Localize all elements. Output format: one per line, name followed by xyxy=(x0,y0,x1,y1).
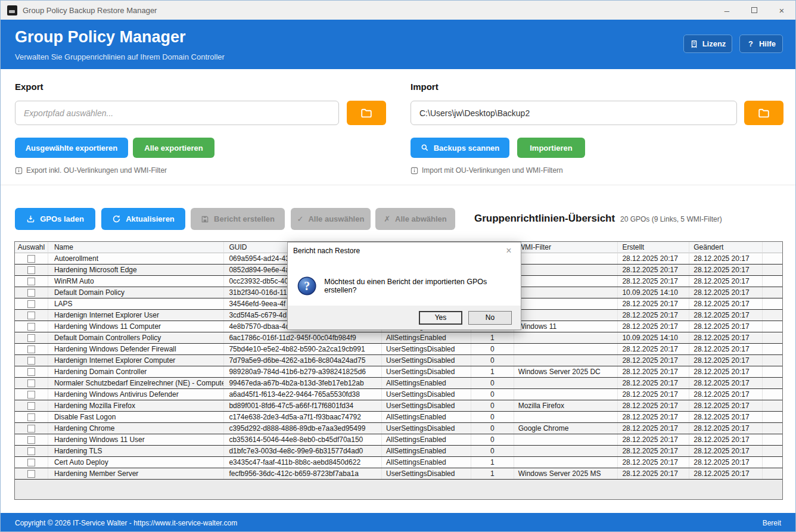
row-checkbox[interactable] xyxy=(27,357,35,365)
close-button[interactable]: × xyxy=(768,1,795,20)
cell-status: UserSettingsDisabled xyxy=(382,400,471,411)
cell-name: Hardening TLS xyxy=(48,446,225,456)
row-checkbox[interactable] xyxy=(27,323,35,331)
row-checkbox[interactable] xyxy=(27,300,35,308)
column-header-Auswahl[interactable]: Auswahl xyxy=(15,242,48,253)
table-row[interactable]: Hardening Windows 11 Usercb353614-5046-4… xyxy=(15,434,782,446)
import-info: Import mit OU-Verlinkungen und WMI-Filte… xyxy=(411,166,563,175)
cell-guid: e3435c47-faaf-411b-8b8c-aebd8450d622 xyxy=(224,457,382,468)
cell-status: AllSettingsEnabled xyxy=(382,332,471,343)
row-checkbox[interactable] xyxy=(27,289,35,297)
column-header-extra[interactable] xyxy=(763,242,782,253)
table-row[interactable]: Hardening Member Serverfecfb956-36dc-412… xyxy=(15,468,782,480)
row-checkbox[interactable] xyxy=(27,436,35,444)
help-button-label: Hilfe xyxy=(759,39,776,48)
load-gpos-button[interactable]: GPOs laden xyxy=(15,208,95,230)
table-row[interactable]: Cert Auto Deploye3435c47-faaf-411b-8b8c-… xyxy=(15,457,782,468)
cell-links: 0 xyxy=(471,344,514,354)
export-browse-button[interactable] xyxy=(347,101,386,125)
export-selected-button[interactable]: Ausgewählte exportieren xyxy=(15,138,128,158)
column-header-Geändert[interactable]: Geändert xyxy=(689,242,763,253)
section-divider xyxy=(1,185,795,185)
cell-name: Default Domain Policy xyxy=(48,287,225,298)
cell-modified: 28.12.2025 20:17 xyxy=(689,253,763,264)
row-checkbox[interactable] xyxy=(27,413,35,421)
row-checkbox[interactable] xyxy=(27,255,35,263)
table-row[interactable]: Hardening Chromec395d292-d888-4886-89db-… xyxy=(15,423,782,434)
help-button[interactable]: ? Hilfe xyxy=(739,35,783,53)
cell-extra xyxy=(763,446,782,456)
minimize-button[interactable]: – xyxy=(713,1,741,20)
column-header-Erstellt[interactable]: Erstellt xyxy=(618,242,689,253)
import-section-title: Import xyxy=(411,82,439,92)
row-checkbox[interactable] xyxy=(27,402,35,410)
cell-name: WinRM Auto xyxy=(48,276,225,287)
row-checkbox[interactable] xyxy=(27,447,35,455)
copyright-text: Copyright © 2026 IT-Service Walter - htt… xyxy=(15,519,237,527)
import-info-text: Import mit OU-Verlinkungen und WMI-Filte… xyxy=(422,166,563,175)
yes-button[interactable]: Yes xyxy=(419,311,462,325)
row-checkbox[interactable] xyxy=(27,470,35,478)
table-row[interactable]: Default Domain Controllers Policy6ac1786… xyxy=(15,332,782,344)
cell-links: 0 xyxy=(471,378,514,388)
table-row[interactable]: Disable Fast Logonc174e638-2de3-4d5a-a7f… xyxy=(15,412,782,423)
checkbox-cell xyxy=(15,287,48,298)
table-row[interactable]: Hardening Windows Defender Firewall75bd4… xyxy=(15,344,782,355)
cell-name: Default Domain Controllers Policy xyxy=(48,332,225,343)
column-header-Name[interactable]: Name xyxy=(48,242,225,253)
svg-text:?: ? xyxy=(748,40,753,48)
row-checkbox[interactable] xyxy=(27,379,35,387)
load-gpos-label: GPOs laden xyxy=(40,214,84,223)
cell-links: 1 xyxy=(471,468,514,479)
import-button[interactable]: Importieren xyxy=(517,138,585,158)
cell-wmi: Google Chrome xyxy=(514,423,618,434)
export-all-button[interactable]: Alle exportieren xyxy=(133,138,214,158)
cell-extra xyxy=(763,434,782,445)
cell-links: 0 xyxy=(471,355,514,366)
row-checkbox[interactable] xyxy=(27,346,35,353)
cell-extra xyxy=(763,310,782,321)
cell-wmi xyxy=(514,378,618,388)
row-checkbox[interactable] xyxy=(27,459,35,466)
create-report-button[interactable]: Bericht erstellen xyxy=(191,208,285,230)
dialog-close-icon[interactable]: × xyxy=(502,245,515,256)
export-path-input[interactable] xyxy=(15,101,339,125)
page-subtitle: Verwalten Sie Gruppenrichlinien auf Ihre… xyxy=(15,52,225,61)
deselect-all-button[interactable]: ✗ Alle abwählen xyxy=(375,208,455,230)
no-button[interactable]: No xyxy=(468,311,512,325)
table-row[interactable]: Hardenign Internet Explorer Computer7d79… xyxy=(15,355,782,366)
import-path-input[interactable] xyxy=(411,101,737,125)
cell-name: Hardening Microsoft Edge xyxy=(48,265,225,275)
download-icon xyxy=(26,214,35,223)
row-checkbox[interactable] xyxy=(27,312,35,319)
row-checkbox[interactable] xyxy=(27,278,35,285)
table-row[interactable]: Hardening TLSd1bfc7e3-003d-4e8c-99e9-6b3… xyxy=(15,446,782,457)
cell-extra xyxy=(763,253,782,264)
table-row[interactable]: Hardening Domain Controller989280a9-784d… xyxy=(15,366,782,378)
scan-backups-button[interactable]: Backups scannen xyxy=(411,138,509,158)
checkbox-cell xyxy=(15,434,48,445)
row-checkbox[interactable] xyxy=(27,266,35,274)
row-checkbox[interactable] xyxy=(27,391,35,399)
row-checkbox[interactable] xyxy=(27,334,35,342)
cell-modified: 28.12.2025 20:17 xyxy=(689,389,763,400)
column-header-WMI-Filter[interactable]: WMI-Filter xyxy=(514,242,618,253)
maximize-button[interactable] xyxy=(741,1,768,20)
cell-modified: 28.12.2025 20:17 xyxy=(689,265,763,275)
cell-wmi xyxy=(514,344,618,354)
row-checkbox[interactable] xyxy=(27,425,35,433)
import-browse-button[interactable] xyxy=(744,101,783,125)
table-row[interactable]: Hardening Windows Antivirus Defendera6ad… xyxy=(15,389,782,400)
license-button[interactable]: Lizenz xyxy=(683,35,732,53)
cell-wmi xyxy=(514,446,618,456)
table-row[interactable]: Normaler Schutzbedarf Einzelrechner (NE)… xyxy=(15,378,782,389)
select-all-button[interactable]: ✓ Alle auswählen xyxy=(291,208,371,230)
checkbox-cell xyxy=(15,332,48,343)
cell-created: 28.12.2025 20:17 xyxy=(618,276,689,287)
table-row[interactable]: Hardening Mozilla Firefoxbd89f001-8fd6-4… xyxy=(15,400,782,412)
license-button-label: Lizenz xyxy=(702,39,726,48)
refresh-button[interactable]: Aktualisieren xyxy=(101,208,185,230)
cell-links: 0 xyxy=(471,412,514,422)
select-all-label: Alle auswählen xyxy=(308,214,364,223)
row-checkbox[interactable] xyxy=(27,368,35,376)
